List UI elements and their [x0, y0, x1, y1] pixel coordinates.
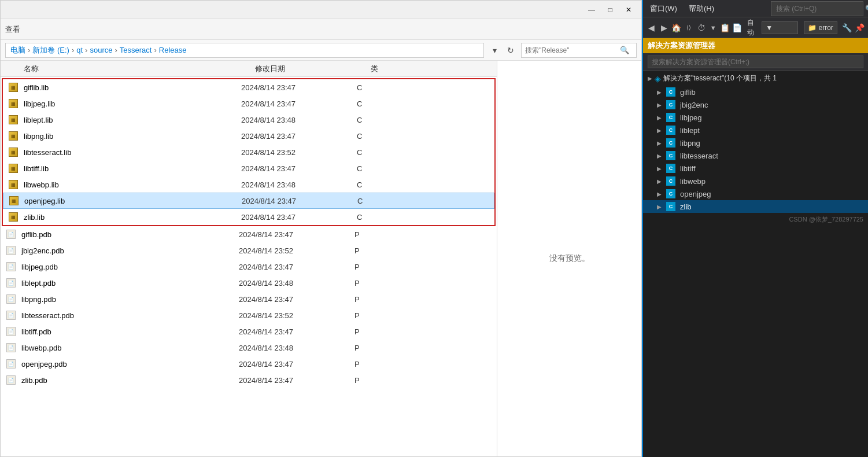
- vs-tree-item[interactable]: ▶ C openjpeg: [643, 187, 868, 200]
- list-item[interactable]: 📄 openjpeg.pdb 2024/8/14 23:47 P: [1, 356, 497, 372]
- vs-tree-item[interactable]: ▶ C jbig2enc: [643, 98, 868, 111]
- pdb-icon: 📄: [6, 278, 16, 288]
- file-date: 2024/8/14 23:52: [239, 311, 354, 320]
- list-item[interactable]: 📄 jbig2enc.pdb 2024/8/14 23:52 P: [1, 242, 497, 259]
- vs-copy-button[interactable]: 📋: [720, 21, 730, 35]
- breadcrumb-qt[interactable]: qt: [76, 46, 83, 54]
- file-icon: ▦: [6, 196, 22, 205]
- breadcrumb-release[interactable]: Release: [159, 46, 187, 54]
- vs-error-box[interactable]: 📁 error: [804, 21, 837, 34]
- file-name: libtiff.pdb: [19, 327, 239, 336]
- list-item[interactable]: ▦ liblept.lib 2024/8/14 23:48 C: [3, 112, 494, 128]
- vs-tree-item[interactable]: ▶ C libjpeg: [643, 111, 868, 124]
- list-item[interactable]: ▦ libjpeg.lib 2024/8/14 23:47 C: [3, 95, 494, 112]
- list-item[interactable]: 📄 libjpeg.pdb 2024/8/14 23:47 P: [1, 259, 497, 275]
- search-box: 🔍: [521, 43, 637, 58]
- list-item[interactable]: 📄 liblept.pdb 2024/8/14 23:48 P: [1, 275, 497, 291]
- vs-forward-button[interactable]: ▶: [659, 21, 670, 35]
- file-name: libwebp.lib: [21, 180, 241, 189]
- file-icon: 📄: [3, 262, 19, 271]
- vs-pin-button[interactable]: 📌: [854, 21, 865, 35]
- vs-tree: ▶ ◈ 解决方案"tesseract"(10 个项目，共 1 ▶ C gifli…: [643, 71, 868, 457]
- toolbar: 查看: [1, 19, 641, 40]
- list-item[interactable]: ▦ libpng.lib 2024/8/14 23:47 C: [3, 128, 494, 144]
- file-date: 2024/8/14 23:47: [241, 99, 357, 108]
- file-icon: ▦: [5, 83, 21, 92]
- file-type: P: [354, 344, 378, 352]
- vs-clock-button[interactable]: ⏱: [696, 21, 707, 35]
- vs-menu-window[interactable]: 窗口(W): [648, 2, 679, 15]
- vs-tree-item[interactable]: ▶ C liblept: [643, 124, 868, 137]
- file-date: 2024/8/14 23:48: [241, 116, 357, 124]
- vs-solution-search-input[interactable]: [648, 56, 863, 68]
- vs-dropdown[interactable]: ▼: [762, 21, 797, 34]
- vs-code-button[interactable]: ⟨⟩: [684, 21, 695, 35]
- pdb-icon: 📄: [6, 359, 16, 368]
- vs-tree-item[interactable]: ▶ C libtiff: [643, 162, 868, 175]
- list-item[interactable]: ▦ libtiff.lib 2024/8/14 23:47 C: [3, 160, 494, 176]
- vs-menu-help[interactable]: 帮助(H): [686, 2, 716, 15]
- vs-tree-item[interactable]: ▶ C libwebp: [643, 175, 868, 187]
- vs-tree-expand-icon: ▶: [657, 191, 664, 197]
- file-name: giflib.pdb: [19, 230, 239, 239]
- vs-tree-expand-icon: ▶: [657, 165, 664, 172]
- file-type: P: [354, 311, 378, 320]
- refresh-button[interactable]: ↻: [504, 43, 518, 57]
- maximize-button[interactable]: □: [602, 3, 618, 16]
- breadcrumb-drive[interactable]: 新加卷 (E:): [32, 45, 69, 56]
- col-header-date[interactable]: 修改日期: [255, 64, 371, 74]
- col-header-name[interactable]: 名称: [1, 64, 255, 74]
- minimize-button[interactable]: —: [583, 3, 600, 16]
- list-item[interactable]: ▦ libwebp.lib 2024/8/14 23:48 C: [3, 176, 494, 193]
- file-name: openjpeg.lib: [22, 197, 242, 205]
- vs-search-input[interactable]: [776, 5, 863, 13]
- search-input[interactable]: [525, 46, 618, 54]
- list-item[interactable]: 📄 libwebp.pdb 2024/8/14 23:48 P: [1, 340, 497, 356]
- vs-back-button[interactable]: ◀: [647, 21, 657, 35]
- file-name: libwebp.pdb: [19, 344, 239, 352]
- breadcrumb-pc[interactable]: 电脑: [10, 45, 25, 56]
- vs-tree-item-label: zlib: [680, 202, 692, 211]
- list-item[interactable]: ▦ giflib.lib 2024/8/14 23:47 C: [3, 79, 494, 95]
- pdb-icon: 📄: [6, 311, 16, 320]
- vs-solution-icon: ◈: [655, 74, 661, 83]
- vs-tree-item[interactable]: ▶ C zlib: [643, 200, 868, 213]
- file-icon: ▦: [5, 164, 21, 173]
- list-item[interactable]: ▦ openjpeg.lib 2024/8/14 23:47 C: [3, 193, 494, 209]
- list-item[interactable]: 📄 libpng.pdb 2024/8/14 23:47 P: [1, 291, 497, 307]
- vs-tree-item[interactable]: ▶ C libpng: [643, 137, 868, 149]
- file-type: C: [357, 83, 380, 92]
- file-date: 2024/8/14 23:47: [241, 164, 357, 173]
- file-date: 2024/8/14 23:47: [239, 327, 354, 336]
- vs-proj-icon: C: [666, 87, 675, 97]
- list-item[interactable]: 📄 zlib.pdb 2024/8/14 23:47 P: [1, 372, 497, 388]
- vs-settings-button[interactable]: 🔧: [842, 21, 852, 35]
- vs-tree-expand-icon: ▶: [657, 204, 664, 210]
- list-item[interactable]: ▦ libtesseract.lib 2024/8/14 23:52 C: [3, 144, 494, 160]
- file-type: P: [354, 360, 378, 368]
- vs-tree-item[interactable]: ▶ C libtesseract: [643, 149, 868, 162]
- file-date: 2024/8/14 23:47: [241, 213, 357, 222]
- close-button[interactable]: ✕: [620, 3, 637, 16]
- vs-tree-expand-icon: ▶: [657, 102, 664, 108]
- file-icon: 📄: [3, 278, 19, 288]
- vs-tree-item[interactable]: ▶ C giflib: [643, 86, 868, 98]
- file-date: 2024/8/14 23:47: [241, 132, 357, 141]
- preview-panel: 没有预览。: [497, 61, 641, 456]
- breadcrumb-tesseract[interactable]: Tesseract: [120, 46, 152, 54]
- breadcrumb-source[interactable]: source: [90, 46, 112, 54]
- dropdown-button[interactable]: ▾: [487, 43, 501, 57]
- file-name: zlib.lib: [21, 213, 241, 222]
- list-item[interactable]: 📄 libtesseract.pdb 2024/8/14 23:52 P: [1, 307, 497, 323]
- lib-icon: ▦: [9, 83, 18, 92]
- vs-solution-root[interactable]: ▶ ◈ 解决方案"tesseract"(10 个项目，共 1: [643, 71, 868, 86]
- list-item[interactable]: 📄 libtiff.pdb 2024/8/14 23:47 P: [1, 323, 497, 340]
- vs-home-button[interactable]: 🏠: [671, 21, 682, 35]
- file-list: ▦ giflib.lib 2024/8/14 23:47 C ▦ libjpeg…: [1, 77, 497, 456]
- file-type: C: [357, 132, 380, 141]
- vs-proj-icon: C: [666, 100, 675, 109]
- file-name: libpng.pdb: [19, 295, 239, 304]
- list-item[interactable]: 📄 giflib.pdb 2024/8/14 23:47 P: [1, 226, 497, 242]
- vs-paste-button[interactable]: 📄: [732, 21, 743, 35]
- list-item[interactable]: ▦ zlib.lib 2024/8/14 23:47 C: [3, 209, 494, 225]
